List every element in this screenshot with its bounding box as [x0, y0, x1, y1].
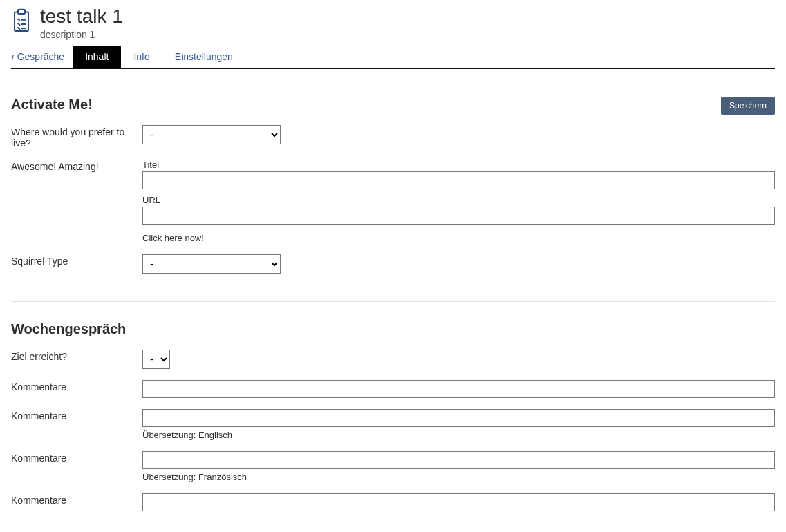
page-title: test talk 1 [40, 6, 123, 28]
field-label-squirrel: Squir­rel Type [11, 254, 142, 267]
sublabel-titel: Titel [142, 160, 775, 170]
input-url[interactable] [142, 207, 775, 225]
input-titel[interactable] [142, 171, 775, 189]
tab-einstellungen[interactable]: Einstellungen [162, 46, 245, 68]
hint-comment3: Über­set­zung: Franzö­sisch [142, 472, 775, 482]
field-label-goal: Ziel erre­icht? [11, 350, 142, 362]
chevron-left-icon: ‹ [11, 52, 15, 61]
input-comment2[interactable] [142, 409, 775, 427]
sublabel-url: URL [142, 195, 775, 205]
input-comment1[interactable] [142, 380, 775, 398]
field-label-awesome: Awe­some! Amaz­ing! [11, 160, 142, 172]
section-title: Activate Me! [11, 97, 93, 113]
section-activate-me: Activate Me! Speichern Where would you p… [11, 97, 775, 274]
clipboard-icon [11, 8, 32, 33]
field-label-comment3: Kom­mentare [11, 451, 142, 464]
select-squirrel[interactable]: - [142, 254, 281, 274]
back-link[interactable]: ‹ Gespräche [11, 46, 73, 68]
back-link-label: Gespräche [17, 51, 64, 62]
select-goal[interactable]: - [142, 350, 170, 369]
field-label-comment4: Kom­mentare [11, 493, 142, 506]
section-wochengespraech: Wochengespräch Ziel erre­icht? - Kom­men… [11, 301, 775, 511]
hint-click-here: Click here now! [142, 233, 775, 243]
input-comment3[interactable] [142, 451, 775, 469]
svg-rect-1 [18, 10, 25, 14]
page-header: test talk 1 description 1 [11, 6, 775, 40]
section-title: Wochengespräch [11, 321, 775, 337]
field-label-comment2: Kom­mentare [11, 409, 142, 421]
tab-info[interactable]: Info [121, 46, 162, 68]
field-label-comment1: Kom­mentare [11, 380, 142, 392]
hint-comment2: Über­set­zung: Englisch [142, 430, 775, 440]
save-button[interactable]: Speichern [721, 97, 775, 115]
input-comment4[interactable] [142, 493, 775, 511]
page-subtitle: description 1 [40, 29, 123, 40]
field-label-live: Where would you pre­fer to live? [11, 125, 142, 149]
tab-inhalt[interactable]: Inhalt [73, 46, 121, 68]
tab-bar: ‹ Gespräche Inhalt Info Einstellungen [11, 46, 775, 69]
select-live[interactable]: - [142, 125, 281, 144]
